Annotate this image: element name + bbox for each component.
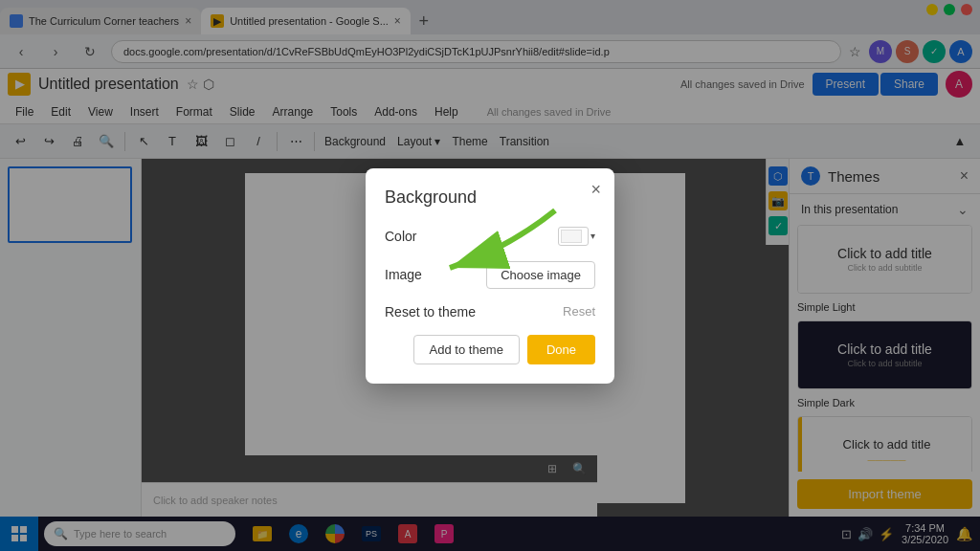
dialog-buttons: Add to theme Done (385, 335, 595, 364)
dialog-title: Background (385, 187, 595, 208)
color-picker[interactable]: ▾ (558, 227, 595, 246)
reset-link: Reset (563, 304, 595, 319)
reset-label: Reset to theme (385, 304, 476, 320)
image-row: Image Choose image (385, 261, 595, 289)
done-button[interactable]: Done (527, 335, 595, 364)
color-dropdown-arrow[interactable]: ▾ (590, 231, 595, 241)
dialog-overlay: Background × Color ▾ Image Choose image (0, 0, 980, 551)
color-swatch[interactable] (558, 227, 589, 246)
color-row: Color ▾ (385, 227, 595, 246)
color-swatch-inner (561, 230, 582, 243)
dialog-close-button[interactable]: × (590, 180, 601, 200)
add-to-theme-button[interactable]: Add to theme (413, 335, 520, 364)
choose-image-button[interactable]: Choose image (486, 261, 595, 289)
reset-row: Reset to theme Reset (385, 304, 595, 320)
background-dialog: Background × Color ▾ Image Choose image (366, 168, 614, 384)
image-label: Image (385, 267, 422, 282)
color-label: Color (385, 229, 416, 244)
